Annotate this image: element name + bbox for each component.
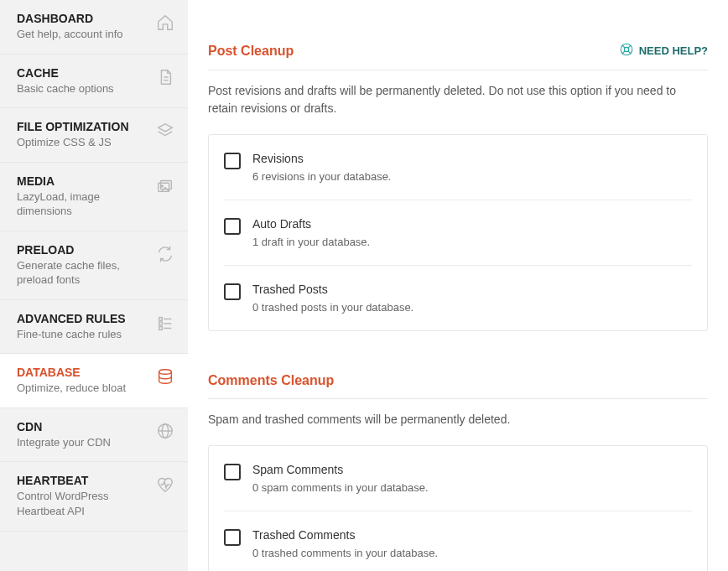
sidebar-item-subtitle: Optimize CSS & JS: [17, 135, 149, 150]
refresh-icon: [156, 245, 174, 263]
section-divider: [208, 70, 708, 70]
sidebar-item-title: DATABASE: [17, 366, 149, 379]
database-icon: [156, 367, 174, 386]
svg-point-5: [161, 184, 163, 186]
home-icon: [156, 13, 174, 32]
sidebar-item-subtitle: Control WordPress Heartbeat API: [17, 489, 149, 518]
option-label: Spam Comments: [252, 463, 429, 476]
sidebar-item-title: PRELOAD: [17, 243, 149, 257]
sidebar-item-heartbeat[interactable]: HEARTBEATControl WordPress Heartbeat API: [0, 462, 188, 531]
file-icon: [156, 68, 174, 86]
list-item: Trashed Posts0 trashed posts in your dat…: [224, 266, 692, 330]
globe-icon: [156, 422, 174, 440]
heartbeat-icon: [156, 475, 174, 494]
sidebar-item-title: HEARTBEAT: [17, 474, 149, 487]
section-description: Post revisions and drafts will be perman…: [208, 82, 708, 117]
sidebar-item-title: MEDIA: [17, 174, 149, 188]
checkbox-auto-drafts[interactable]: [224, 218, 241, 235]
checkbox-spam-comments[interactable]: [224, 464, 241, 480]
sidebar-item-advanced-rules[interactable]: ADVANCED RULESFine-tune cache rules: [0, 300, 188, 355]
list-item: Auto Drafts1 draft in your database.: [224, 200, 692, 266]
option-detail: 0 trashed comments in your database.: [252, 547, 438, 559]
need-help-label: NEED HELP?: [639, 44, 708, 57]
layers-icon: [156, 122, 174, 140]
section-divider: [208, 398, 708, 399]
sidebar-item-database[interactable]: DATABASEOptimize, reduce bloat: [0, 354, 188, 408]
sidebar-item-subtitle: Optimize, reduce bloat: [17, 381, 149, 396]
images-icon: [156, 176, 174, 195]
list-item: Spam Comments0 spam comments in your dat…: [224, 446, 692, 511]
list-item: Revisions6 revisions in your database.: [224, 135, 692, 200]
checkbox-trashed-posts[interactable]: [224, 283, 241, 300]
sidebar-item-cache[interactable]: CACHEBasic cache options: [0, 55, 188, 109]
option-detail: 0 trashed posts in your database.: [252, 301, 413, 314]
svg-line-18: [621, 45, 624, 48]
svg-point-17: [624, 47, 628, 51]
checkbox-revisions[interactable]: [224, 153, 241, 169]
sidebar-item-preload[interactable]: PRELOADGenerate cache files, preload fon…: [0, 231, 188, 300]
option-label: Revisions: [252, 152, 391, 165]
svg-point-12: [159, 370, 172, 375]
sidebar-item-title: DASHBOARD: [17, 12, 149, 25]
section-title: Post Cleanup: [208, 44, 294, 59]
sidebar-item-title: ADVANCED RULES: [17, 312, 149, 325]
cleanup-list: Revisions6 revisions in your database.Au…: [208, 134, 708, 331]
list-item: Trashed Comments0 trashed comments in yo…: [224, 511, 692, 571]
cleanup-list: Spam Comments0 spam comments in your dat…: [208, 445, 708, 571]
option-label: Auto Drafts: [252, 217, 370, 231]
sidebar-item-title: FILE OPTIMIZATION: [17, 120, 149, 133]
sliders-icon: [156, 314, 174, 332]
main-content: Post CleanupNEED HELP?Post revisions and…: [188, 0, 728, 571]
option-detail: 6 revisions in your database.: [252, 170, 391, 183]
sidebar-item-title: CDN: [17, 420, 149, 433]
sidebar: DASHBOARDGet help, account infoCACHEBasi…: [0, 0, 188, 571]
option-label: Trashed Comments: [252, 528, 438, 542]
option-detail: 1 draft in your database.: [252, 236, 370, 248]
sidebar-item-cdn[interactable]: CDNIntegrate your CDN: [0, 408, 188, 463]
option-detail: 0 spam comments in your database.: [252, 481, 429, 494]
section-title: Comments Cleanup: [208, 373, 334, 388]
need-help-link[interactable]: NEED HELP?: [619, 42, 708, 60]
sidebar-item-file-optimization[interactable]: FILE OPTIMIZATIONOptimize CSS & JS: [0, 108, 188, 163]
sidebar-item-media[interactable]: MEDIALazyLoad, image dimensions: [0, 163, 188, 231]
sidebar-item-title: CACHE: [17, 66, 149, 80]
section-header: Post CleanupNEED HELP?: [208, 0, 708, 66]
option-label: Trashed Posts: [252, 283, 413, 296]
sidebar-item-subtitle: Generate cache files, preload fonts: [17, 258, 149, 288]
sidebar-item-subtitle: Fine-tune cache rules: [17, 327, 149, 342]
svg-line-21: [628, 45, 631, 48]
svg-rect-6: [159, 317, 163, 320]
section-description: Spam and trashed comments will be perman…: [208, 411, 708, 428]
sidebar-item-dashboard[interactable]: DASHBOARDGet help, account info: [0, 0, 188, 55]
help-icon: [619, 42, 634, 60]
sidebar-item-subtitle: Integrate your CDN: [17, 435, 149, 450]
sidebar-item-subtitle: Get help, account info: [17, 27, 149, 42]
checkbox-trashed-comments[interactable]: [224, 529, 241, 546]
svg-rect-8: [159, 322, 163, 325]
svg-rect-10: [159, 326, 163, 330]
sidebar-item-subtitle: Basic cache options: [17, 81, 149, 96]
sidebar-item-subtitle: LazyLoad, image dimensions: [17, 189, 149, 219]
svg-line-19: [628, 51, 631, 54]
svg-marker-2: [159, 124, 173, 132]
svg-line-20: [621, 51, 624, 54]
section-header: Comments Cleanup: [208, 331, 708, 395]
